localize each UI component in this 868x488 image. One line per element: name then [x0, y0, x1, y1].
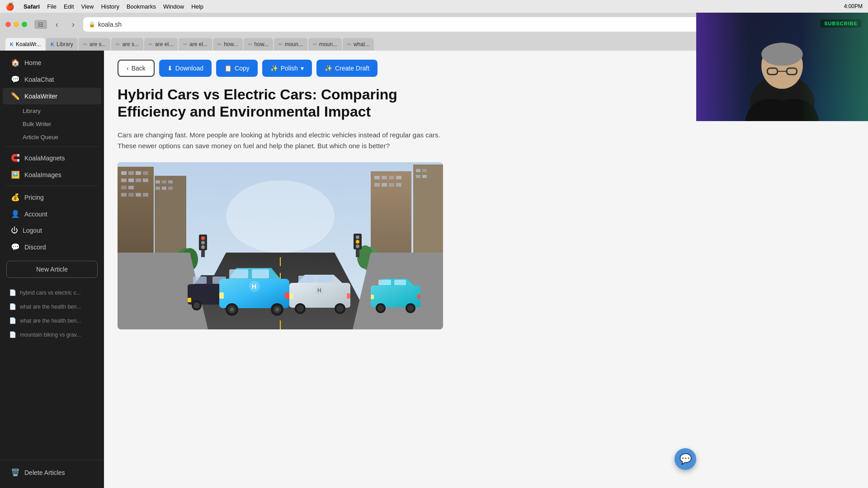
video-overlay: SUBSCRIBE — [696, 13, 868, 121]
sidebar-sub-library[interactable]: Library — [3, 104, 101, 117]
tab-9[interactable]: ✏ moun... — [308, 38, 342, 51]
home-icon: 🏠 — [11, 58, 20, 67]
chat-widget-icon: 💬 — [679, 453, 692, 465]
recent-label-2: what are the health ben... — [20, 304, 81, 310]
sidebar-sub-bulk-writer[interactable]: Bulk Writer — [3, 117, 101, 131]
apple-menu[interactable]: 🍎 — [5, 2, 14, 11]
tab-10[interactable]: ✏ what... — [343, 38, 374, 51]
writer-icon: ✏️ — [11, 92, 20, 100]
tab-4[interactable]: ✏ are el... — [144, 38, 178, 51]
sidebar-sub-article-queue[interactable]: Article Queue — [3, 131, 101, 144]
video-content: SUBSCRIBE — [696, 13, 868, 121]
magnets-icon: 🧲 — [11, 154, 20, 162]
create-draft-button[interactable]: ✨ Create Draft — [316, 60, 377, 77]
polish-icon: ✨ — [270, 65, 278, 72]
doc-icon-2: 📄 — [9, 303, 16, 310]
tab-6[interactable]: ✏ how... — [213, 38, 242, 51]
menu-safari[interactable]: Safari — [24, 3, 40, 10]
images-icon: 🖼️ — [11, 170, 20, 179]
minimize-button[interactable] — [14, 22, 19, 27]
download-label: Download — [175, 65, 203, 72]
copy-button[interactable]: 📋 Copy — [216, 60, 258, 77]
sidebar-recent: 📄 hybrid cars vs electric c... 📄 what ar… — [0, 283, 104, 344]
back-label: Back — [132, 65, 146, 72]
polish-chevron-icon: ▾ — [301, 65, 304, 72]
new-article-button[interactable]: New Article — [6, 261, 98, 278]
close-button[interactable] — [5, 22, 11, 27]
copy-label: Copy — [235, 65, 250, 72]
sidebar-item-logout[interactable]: ⏻ Logout — [3, 222, 101, 239]
menubar: 🍎 Safari File Edit View History Bookmark… — [0, 0, 868, 13]
account-icon: 👤 — [11, 210, 20, 218]
article-body: Hybrid Cars vs Electric Cars: Comparing … — [104, 86, 457, 343]
recent-item-1[interactable]: 📄 hybrid cars vs electric c... — [6, 286, 98, 299]
menu-time: 4:00PM — [844, 3, 863, 9]
sidebar-label-pricing: Pricing — [24, 194, 44, 201]
forward-nav-button[interactable]: › — [67, 18, 80, 31]
menu-file[interactable]: File — [47, 3, 57, 10]
tab-8[interactable]: ✏ moun... — [274, 38, 307, 51]
traffic-lights — [5, 22, 27, 27]
article-title: Hybrid Cars vs Electric Cars: Comparing … — [118, 86, 443, 121]
url-text: koala.sh — [98, 21, 122, 28]
menubar-right: 4:00PM — [844, 3, 863, 9]
menu-view[interactable]: View — [81, 3, 94, 10]
tab-3[interactable]: ✏ are s... — [111, 38, 143, 51]
sidebar-divider-1 — [5, 146, 99, 147]
sidebar-item-pricing[interactable]: 💰 Pricing — [3, 189, 101, 206]
back-button[interactable]: ‹ Back — [118, 60, 155, 77]
sidebar-label-koalawriter: KoalaWriter — [24, 93, 57, 100]
doc-icon-4: 📄 — [9, 331, 16, 338]
polish-button[interactable]: ✨ Polish ▾ — [262, 60, 312, 77]
chat-icon: 💬 — [11, 75, 20, 84]
article-image: H — [118, 162, 443, 329]
chat-widget-button[interactable]: 💬 — [675, 448, 696, 470]
logout-icon: ⏻ — [11, 226, 18, 235]
sidebar-item-koalawriter[interactable]: ✏️ KoalaWriter — [3, 88, 101, 104]
download-icon: ⬇ — [167, 65, 173, 72]
article-intro: Cars are changing fast. More people are … — [118, 130, 443, 151]
sidebar-label-logout: Logout — [23, 227, 42, 234]
sidebar: 🏠 Home 💬 KoalaChat ✏️ KoalaWriter Librar… — [0, 51, 104, 488]
copy-icon: 📋 — [224, 65, 232, 72]
menu-window[interactable]: Window — [163, 3, 184, 10]
sidebar-label-home: Home — [24, 59, 41, 66]
recent-item-4[interactable]: 📄 mountain biking vs grav... — [6, 328, 98, 341]
sidebar-label-account: Account — [24, 211, 47, 218]
polish-label: Polish — [281, 65, 298, 72]
back-arrow-icon: ‹ — [127, 65, 129, 72]
sidebar-toggle[interactable]: ⊟ — [34, 20, 47, 29]
maximize-button[interactable] — [22, 22, 27, 27]
download-button[interactable]: ⬇ Download — [159, 60, 212, 77]
menu-history[interactable]: History — [101, 3, 119, 10]
svg-point-108 — [761, 43, 803, 66]
tab-2[interactable]: ✏ are s... — [79, 38, 111, 51]
sidebar-item-account[interactable]: 👤 Account — [3, 206, 101, 222]
sidebar-label-koalamagnets: KoalaMagnets — [24, 155, 65, 162]
recent-label-1: hybrid cars vs electric c... — [20, 290, 81, 296]
tab-library[interactable]: K Library — [46, 38, 78, 51]
recent-item-3[interactable]: 📄 what are the health ben... — [6, 314, 98, 327]
sidebar-divider-2 — [5, 186, 99, 186]
tab-5[interactable]: ✏ are el... — [179, 38, 212, 51]
sidebar-item-home[interactable]: 🏠 Home — [3, 54, 101, 71]
menu-help[interactable]: Help — [191, 3, 203, 10]
recent-label-4: mountain biking vs grav... — [20, 332, 81, 338]
sidebar-label-koalaimages: KoalaImages — [24, 171, 61, 178]
tab-koalawriter[interactable]: K KoalaWr... — [5, 38, 45, 51]
delete-articles-button[interactable]: 🗑️ Delete Articles — [3, 464, 101, 481]
sidebar-item-koalachat[interactable]: 💬 KoalaChat — [3, 71, 101, 88]
menu-edit[interactable]: Edit — [64, 3, 74, 10]
pricing-icon: 💰 — [11, 193, 20, 202]
discord-icon: 💬 — [11, 243, 20, 251]
sidebar-item-koalamagnets[interactable]: 🧲 KoalaMagnets — [3, 150, 101, 166]
tab-7[interactable]: ✏ how... — [244, 38, 273, 51]
sidebar-item-koalaimages[interactable]: 🖼️ KoalaImages — [3, 166, 101, 183]
recent-item-2[interactable]: 📄 what are the health ben... — [6, 300, 98, 313]
menu-bookmarks[interactable]: Bookmarks — [127, 3, 156, 10]
back-nav-button[interactable]: ‹ — [51, 18, 63, 31]
sidebar-label-koalachat: KoalaChat — [24, 76, 54, 83]
lock-icon: 🔒 — [89, 21, 95, 28]
recent-label-3: what are the health ben... — [20, 318, 81, 324]
sidebar-item-discord[interactable]: 💬 Discord — [3, 239, 101, 255]
